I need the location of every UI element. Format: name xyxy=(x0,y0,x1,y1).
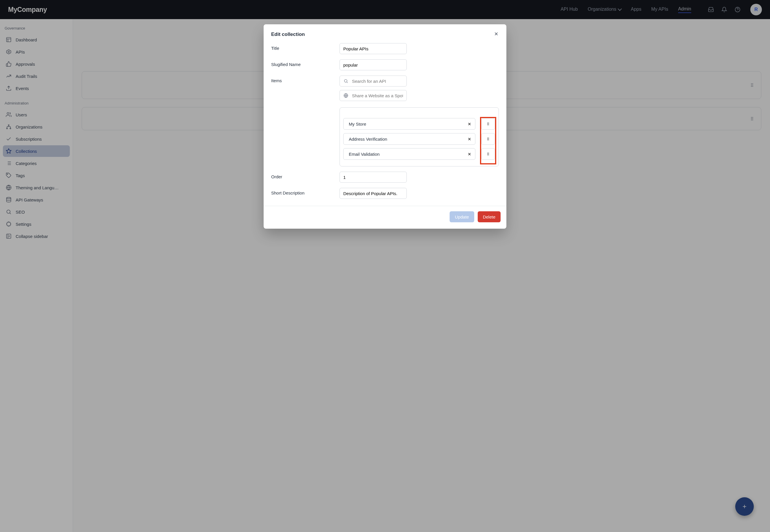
drag-handle[interactable] xyxy=(481,133,495,145)
svg-point-51 xyxy=(488,124,489,124)
svg-point-59 xyxy=(488,139,489,139)
drag-handle[interactable] xyxy=(481,118,495,130)
svg-point-67 xyxy=(488,154,489,154)
close-icon xyxy=(467,137,472,141)
items-list: My Store Address Verificatio xyxy=(340,107,499,166)
close-icon xyxy=(494,31,499,36)
svg-point-48 xyxy=(487,122,488,123)
item-chip: Email Validation xyxy=(343,148,475,160)
svg-point-52 xyxy=(487,124,488,125)
edit-collection-modal: Edit collection Title Slugified Name Ite… xyxy=(264,24,506,229)
drag-handle-icon xyxy=(486,122,490,126)
svg-line-43 xyxy=(347,82,348,83)
order-label: Order xyxy=(271,172,340,179)
modal-title: Edit collection xyxy=(271,32,305,37)
delete-button[interactable]: Delete xyxy=(478,211,500,222)
drag-handle-icon xyxy=(486,152,490,156)
item-chip: My Store xyxy=(343,118,475,130)
item-label: Address Verification xyxy=(349,137,387,142)
svg-point-65 xyxy=(488,153,489,153)
svg-point-50 xyxy=(487,124,488,124)
order-input[interactable] xyxy=(340,172,407,183)
desc-label: Short Description xyxy=(271,188,340,195)
svg-point-53 xyxy=(488,124,489,125)
search-api-input[interactable] xyxy=(340,76,407,87)
svg-point-57 xyxy=(488,137,489,138)
close-icon xyxy=(467,122,472,126)
title-input[interactable] xyxy=(340,43,407,54)
drag-handle[interactable] xyxy=(481,148,495,160)
svg-point-64 xyxy=(487,153,488,153)
item-label: Email Validation xyxy=(349,152,380,157)
svg-point-42 xyxy=(344,80,347,82)
item-row: My Store xyxy=(343,118,495,130)
item-label: My Store xyxy=(349,122,366,126)
remove-item-button[interactable] xyxy=(467,152,472,156)
svg-point-66 xyxy=(487,154,488,154)
slug-label: Slugified Name xyxy=(271,59,340,67)
drag-handle-icon xyxy=(486,137,490,141)
globe-icon xyxy=(344,93,348,98)
modal-overlay: Edit collection Title Slugified Name Ite… xyxy=(0,0,770,532)
slug-input[interactable] xyxy=(340,59,407,70)
svg-point-58 xyxy=(487,139,488,139)
items-label: Items xyxy=(271,76,340,83)
svg-point-56 xyxy=(487,137,488,138)
svg-point-68 xyxy=(487,155,488,155)
close-icon xyxy=(467,152,472,156)
svg-point-49 xyxy=(488,122,489,123)
svg-point-61 xyxy=(488,140,489,140)
remove-item-button[interactable] xyxy=(467,137,472,141)
title-label: Title xyxy=(271,43,340,51)
item-chip: Address Verification xyxy=(343,133,475,145)
update-button[interactable]: Update xyxy=(450,211,474,222)
search-icon xyxy=(344,79,348,83)
desc-input[interactable] xyxy=(340,188,407,199)
svg-point-60 xyxy=(487,140,488,140)
svg-point-69 xyxy=(488,155,489,155)
close-button[interactable] xyxy=(494,31,499,37)
item-row: Email Validation xyxy=(343,148,495,160)
spotlight-input[interactable] xyxy=(340,90,407,101)
item-row: Address Verification xyxy=(343,133,495,145)
remove-item-button[interactable] xyxy=(467,122,472,126)
